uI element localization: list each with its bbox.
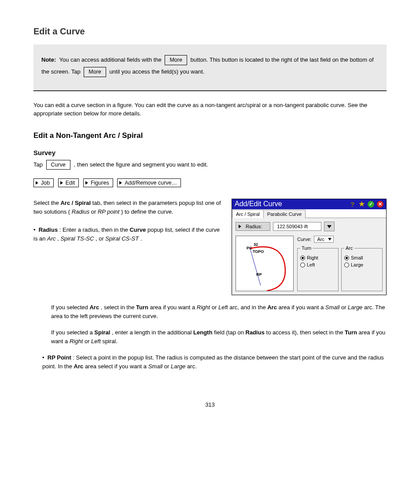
heading-survey: Survey: [33, 149, 387, 156]
value-dropdown-button[interactable]: [324, 222, 335, 231]
help-icon[interactable]: ?: [349, 201, 356, 208]
path-edit: Edit: [58, 178, 79, 187]
radio-icon: [300, 256, 305, 260]
note-text-3: until you access the field(s) you want.: [109, 68, 204, 75]
path-figures: Figures: [83, 178, 113, 187]
close-icon[interactable]: ✕: [377, 201, 383, 208]
arrow-icon: [60, 181, 63, 185]
turn-legend: Turn: [300, 245, 313, 251]
chevron-down-icon: [327, 225, 332, 228]
path-add-remove-curve: Add/Remove curve…: [117, 178, 181, 187]
arrow-icon: [119, 181, 122, 185]
arc-paragraph: If you selected Arc , select in the Turn…: [33, 303, 387, 320]
arc-legend: Arc: [344, 245, 354, 251]
svg-text:RP: RP: [256, 272, 262, 277]
dialog-title-text: Add/Edit Curve: [235, 200, 282, 208]
arc-large-option[interactable]: Large: [344, 262, 379, 267]
arc-group: Arc Small Large: [341, 245, 383, 291]
tap-suffix: , then select the figure and segment you…: [74, 161, 208, 168]
radio-icon: [300, 263, 305, 267]
arc-small-option[interactable]: Small: [344, 255, 379, 260]
radio-icon: [344, 263, 349, 267]
tap-curve-paragraph: Tap Curve , then select the figure and s…: [33, 159, 387, 171]
curve-preview: PC 32 TOPO RP: [236, 236, 294, 291]
svg-line-0: [250, 248, 261, 285]
dialog-titlebar: Add/Edit Curve ? ★ ✓ ✕: [232, 199, 386, 209]
tab-arc-spiral[interactable]: Arc / Spiral: [232, 210, 264, 218]
page-heading: Edit a Curve: [33, 26, 387, 37]
page-number: 313: [33, 401, 387, 408]
note-block: Note: You can access additional fields w…: [33, 44, 387, 91]
svg-text:PC: PC: [247, 246, 252, 250]
curve-type-select[interactable]: Arc: [314, 236, 334, 243]
turn-right-option[interactable]: Right: [300, 255, 335, 260]
left-column-text: Select the Arc / Spiral tab, then select…: [33, 199, 221, 243]
arrow-icon: [36, 181, 38, 185]
heading-arc-spiral: Edit a Non-Tangent Arc / Spiral: [33, 131, 387, 140]
rp-point-paragraph: • RP Point : Select a point in the popup…: [33, 353, 387, 371]
arrow-icon: [85, 181, 88, 185]
more-button-ref-1: More: [165, 55, 187, 65]
turn-left-option[interactable]: Left: [300, 262, 335, 267]
turn-group: Turn Right Left: [297, 245, 339, 291]
dialog-tabs: Arc / Spiral Parabolic Curve: [232, 209, 386, 218]
radio-icon: [344, 256, 349, 260]
parameter-selector[interactable]: Radius:: [236, 222, 270, 231]
ok-icon[interactable]: ✓: [368, 201, 374, 208]
svg-text:32: 32: [254, 242, 258, 247]
curve-label: Curve:: [297, 237, 311, 242]
more-button-ref-2: More: [84, 67, 106, 77]
favorite-icon[interactable]: ★: [358, 201, 365, 208]
tap-prefix: Tap: [33, 161, 44, 168]
curve-button-ref: Curve: [46, 160, 70, 170]
add-edit-curve-dialog: Add/Edit Curve ? ★ ✓ ✕ Arc / Spiral Para…: [232, 199, 387, 295]
radius-value-field[interactable]: 122.509043 ift: [273, 222, 321, 231]
arrow-icon: [239, 225, 241, 228]
note-lead: Note:: [41, 56, 56, 63]
spiral-paragraph: If you selected a Spiral , enter a lengt…: [33, 328, 387, 345]
chevron-down-icon: [328, 238, 332, 241]
tab-parabolic-curve[interactable]: Parabolic Curve: [263, 210, 306, 218]
svg-text:TOPO: TOPO: [253, 249, 264, 254]
note-text-1: You can access additional fields with th…: [59, 56, 163, 63]
path-job: Job: [33, 178, 54, 187]
intro-paragraph: You can edit a curve section in a figure…: [33, 101, 387, 118]
nav-path: Job Edit Figures Add/Remove curve…: [33, 178, 387, 187]
